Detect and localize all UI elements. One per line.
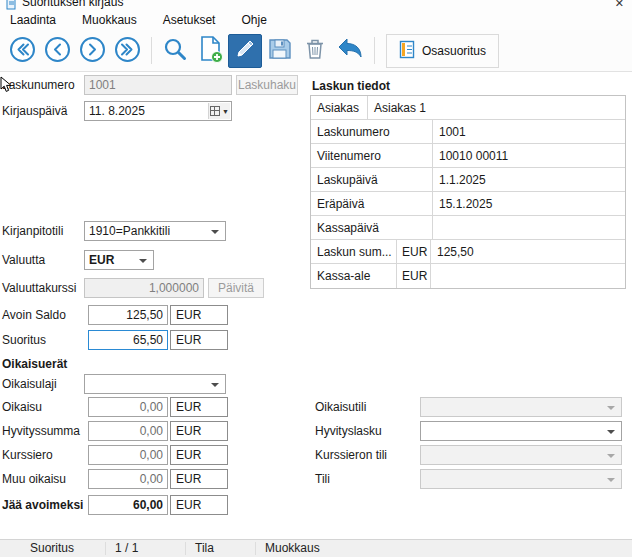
valuutta-row: Valuutta EUR (0, 250, 310, 270)
suoritus-row: Suoritus EUR (0, 330, 310, 350)
save-button[interactable] (263, 34, 297, 68)
calendar-dropdown-button[interactable]: ▼ (208, 103, 230, 119)
jaa-avoimeksi-input[interactable] (88, 495, 168, 515)
row-value: Asiakas 1 (368, 96, 625, 119)
oikaisutili-label: Oikaisutili (315, 397, 366, 417)
kurssiero-currency: EUR (170, 445, 228, 465)
row-value: 10010 00011 (433, 144, 625, 167)
jaa-avoimeksi-currency: EUR (170, 495, 228, 515)
table-row: Laskunumero 1001 (311, 120, 625, 144)
delete-button[interactable] (298, 34, 332, 68)
chevron-down-icon (607, 430, 615, 434)
payment-entry-window: Suorituksen kirjaus ✕ Laadinta Muokkaus … (0, 0, 632, 557)
tili-label: Tili (315, 469, 330, 489)
kurssiero-input[interactable] (88, 445, 168, 465)
oikaisuerat-heading: Oikaisuerät (2, 354, 67, 374)
row-label: Laskupäivä (311, 168, 433, 191)
tili-row: Tili (315, 469, 626, 489)
kurssieron-tili-combo[interactable] (420, 445, 622, 465)
table-row: Eräpäivä 15.1.2025 (311, 192, 625, 216)
toolbar: Osasuoritus (0, 30, 632, 72)
avoin-saldo-input[interactable] (88, 305, 168, 325)
status-separator (185, 542, 186, 555)
status-separator (105, 542, 106, 555)
row-value: 125,50 (431, 240, 625, 263)
valuuttakurssi-row: Valuuttakurssi Päivitä (0, 278, 310, 298)
muu-oikaisu-input[interactable] (88, 469, 168, 489)
row-value (431, 264, 625, 288)
osasuoritus-button[interactable]: Osasuoritus (386, 34, 499, 68)
form-area: Laskunumero Laskuhaku Kirjauspäivä 11. 8… (0, 72, 632, 540)
invoice-panel-title: Laskun tiedot (312, 79, 390, 93)
kurssiero-row: Kurssiero EUR (0, 445, 310, 465)
magnifier-icon (161, 35, 189, 66)
close-icon[interactable]: ✕ (615, 0, 624, 10)
oikaisuerat-heading-row: Oikaisuerät (0, 354, 310, 374)
chevron-down-icon (211, 383, 219, 387)
table-row: Kassa-ale EUR (311, 264, 625, 288)
previous-record-button[interactable] (40, 34, 74, 68)
menu-laadinta[interactable]: Laadinta (2, 11, 64, 29)
status-muokkaus: Muokkaus (265, 541, 320, 555)
edit-button[interactable] (228, 34, 262, 68)
valuuttakurssi-label: Valuuttakurssi (2, 278, 76, 298)
oikaisulaji-row: Oikaisulaji (0, 374, 310, 394)
tili-combo[interactable] (420, 469, 622, 489)
last-record-button[interactable] (110, 34, 144, 68)
paivita-button[interactable]: Päivitä (208, 278, 264, 298)
status-record-count: 1 / 1 (115, 541, 138, 555)
valuutta-combo[interactable]: EUR (84, 250, 154, 270)
avoin-saldo-row: Avoin Saldo EUR (0, 305, 310, 325)
row-value: 15.1.2025 (433, 192, 625, 215)
status-separator (255, 542, 256, 555)
search-button[interactable] (158, 34, 192, 68)
table-row: Kassapäivä (311, 216, 625, 240)
row-label: Asiakas (311, 96, 368, 119)
kirjanpitotili-row: Kirjanpitotili 1910=Pankkitili (0, 221, 310, 241)
table-row: Laskupäivä 1.1.2025 (311, 168, 625, 192)
kirjauspaiva-input[interactable]: 11. 8.2025 ▼ (84, 101, 232, 121)
kurssiero-label: Kurssiero (2, 445, 53, 465)
kirjauspaiva-label: Kirjauspäivä (2, 101, 67, 121)
hyvityslasku-label: Hyvityslasku (315, 421, 382, 441)
chevron-down-icon (607, 406, 615, 410)
menu-ohje[interactable]: Ohje (233, 11, 274, 29)
valuuttakurssi-input[interactable] (84, 278, 204, 298)
hyvityssumma-input[interactable] (88, 421, 168, 441)
menu-asetukset[interactable]: Asetukset (155, 11, 224, 29)
table-row: Asiakas Asiakas 1 (311, 96, 625, 120)
row-label: Kassa-ale (311, 264, 397, 288)
oikaisu-row: Oikaisu EUR (0, 397, 310, 417)
oikaisu-input[interactable] (88, 397, 168, 417)
laskuhaku-button[interactable]: Laskuhaku (236, 75, 298, 95)
oikaisulaji-combo[interactable] (84, 374, 226, 394)
valuutta-label: Valuutta (2, 250, 45, 270)
oikaisutili-combo[interactable] (420, 397, 622, 417)
new-document-button[interactable] (193, 34, 227, 68)
undo-button[interactable] (333, 34, 367, 68)
laskunumero-input[interactable] (84, 75, 232, 95)
row-label: Kassapäivä (311, 216, 433, 239)
row-value: 1001 (433, 120, 625, 143)
next-record-button[interactable] (75, 34, 109, 68)
kirjauspaiva-value: 11. 8.2025 (89, 102, 145, 120)
chevrons-left-icon (9, 36, 36, 66)
jaa-avoimeksi-label: Jää avoimeksi (2, 495, 83, 515)
suoritus-label: Suoritus (2, 330, 46, 350)
first-record-button[interactable] (5, 34, 39, 68)
hyvityssumma-label: Hyvityssumma (2, 421, 80, 441)
row-currency: EUR (397, 264, 431, 288)
kurssieron-tili-label: Kurssieron tili (315, 445, 387, 465)
row-currency: EUR (397, 240, 431, 263)
pencil-icon (233, 37, 257, 64)
row-value: 1.1.2025 (433, 168, 625, 191)
menu-muokkaus[interactable]: Muokkaus (74, 11, 145, 29)
valuutta-value: EUR (89, 251, 135, 269)
suoritus-input[interactable] (88, 330, 168, 350)
oikaisutili-row: Oikaisutili (315, 397, 626, 417)
laskunumero-row: Laskunumero Laskuhaku (0, 75, 310, 95)
statusbar: Suoritus 1 / 1 Tila Muokkaus (0, 539, 632, 557)
kirjanpitotili-combo[interactable]: 1910=Pankkitili (84, 221, 226, 241)
hyvityslasku-combo[interactable] (420, 421, 622, 441)
avoin-saldo-currency: EUR (170, 305, 228, 325)
